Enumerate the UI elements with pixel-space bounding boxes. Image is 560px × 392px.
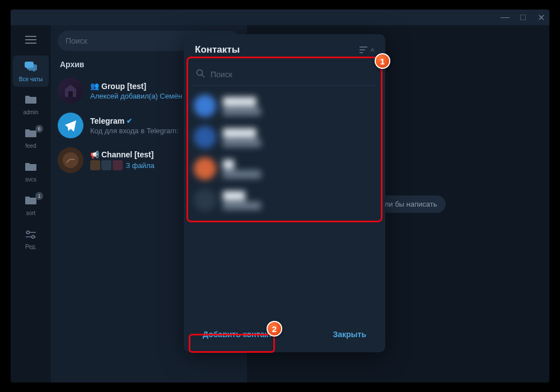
contacts-search[interactable] [193,63,376,86]
avatar [58,113,83,138]
folder-icon [25,95,37,108]
contacts-search-input[interactable] [211,70,373,79]
contact-item[interactable]: ████████████ [184,184,385,216]
avatar [194,95,216,117]
svg-point-0 [27,231,30,234]
hamburger-menu-button[interactable] [20,30,42,50]
nav-label: svcs [25,176,36,183]
callout-2: 2 [267,321,282,337]
group-icon: 👥 [90,82,99,90]
contact-list[interactable]: ██████████████ ██████████████ ██████████… [184,86,385,318]
svg-point-6 [63,152,78,168]
titlebar: — □ ✕ [11,10,549,25]
nav-sort[interactable]: 1 sort [13,190,49,221]
nav-label: Ред. [25,244,36,250]
svg-point-3 [32,235,35,238]
nav-label: Все чаты [19,76,43,82]
verified-icon: ✔ [127,117,132,125]
nav-svcs[interactable]: svcs [13,156,49,188]
close-window-button[interactable]: ✕ [537,13,545,21]
contact-item[interactable]: ██████████████ [184,122,385,153]
svg-line-11 [202,75,205,78]
nav-label: feed [25,143,36,149]
sort-button[interactable]: A [360,46,374,54]
avatar [194,157,216,180]
nav-label: sort [26,210,36,216]
settings-icon [25,229,36,242]
avatar [58,78,83,104]
avatar [58,147,83,173]
contact-item[interactable]: ██████████ [184,153,385,184]
modal-title: Контакты [195,44,240,55]
avatar [194,126,216,148]
callout-1: 1 [375,53,390,69]
chat-subtitle: 3 файла [126,161,155,170]
nav-rail: Все чаты admin 6 feed [11,25,51,382]
contacts-modal: Контакты A ██████████████ ██████████████ [184,34,385,352]
close-button[interactable]: Закрыть [325,325,374,343]
svg-point-10 [197,70,203,76]
nav-edit[interactable]: Ред. [13,223,49,255]
nav-admin[interactable]: admin [13,89,49,120]
attachment-thumbs [90,160,123,170]
nav-label: admin [23,109,38,115]
chat-title: Telegram [90,116,124,125]
nav-feed[interactable]: 6 feed [13,123,49,154]
megaphone-icon: 📢 [90,151,99,159]
contact-item[interactable]: ██████████████ [184,90,385,122]
chat-bubbles-icon [24,60,38,74]
nav-all-chats[interactable]: Все чаты [13,55,49,87]
chat-title: Group [test] [101,82,146,91]
chat-title: Channel [test] [101,150,153,159]
avatar [194,189,216,211]
badge: 1 [35,192,43,200]
search-icon [196,69,205,80]
badge: 6 [35,125,43,133]
folder-icon [25,162,37,175]
maximize-button[interactable]: □ [519,13,527,21]
minimize-button[interactable]: — [501,13,509,21]
